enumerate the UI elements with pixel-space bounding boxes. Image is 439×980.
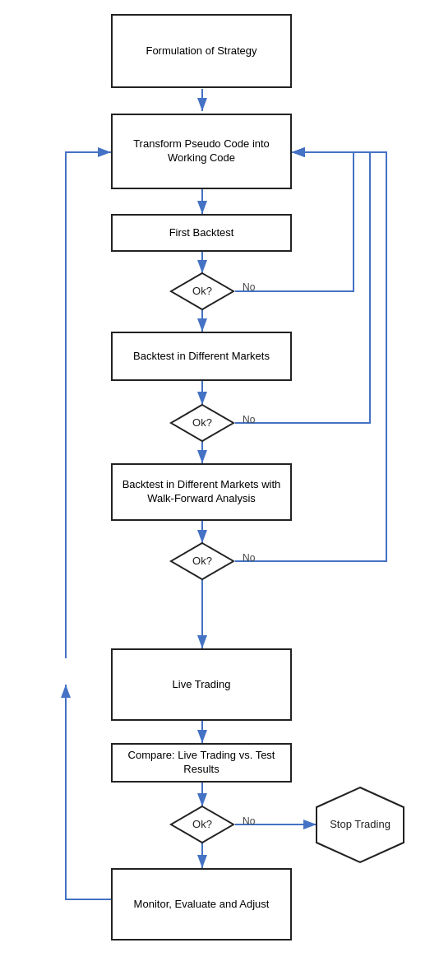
svg-text:Ok?: Ok? [192, 555, 212, 567]
no-label-2: No [243, 414, 255, 425]
backtest-walk-box: Backtest in Different Markets with Walk-… [111, 463, 292, 521]
stop-trading-hexagon: Stop Trading [315, 786, 405, 864]
no-label-3: No [243, 552, 255, 564]
compare-box: Compare: Live Trading vs. Test Results [111, 743, 292, 783]
ok2-diamond: Ok? [169, 403, 235, 443]
no-label-4: No [243, 815, 255, 827]
live-trading-label: Live Trading [173, 678, 231, 692]
stop-trading-label: Stop Trading [330, 818, 390, 832]
svg-text:Ok?: Ok? [192, 285, 212, 297]
transform-box: Transform Pseudo Code into Working Code [111, 114, 292, 189]
ok4-diamond: Ok? [169, 805, 235, 844]
first-backtest-box: First Backtest [111, 214, 292, 252]
svg-text:Ok?: Ok? [192, 416, 212, 429]
ok3-diamond: Ok? [169, 541, 235, 581]
compare-label: Compare: Live Trading vs. Test Results [119, 749, 284, 777]
backtest-diff-box: Backtest in Different Markets [111, 332, 292, 381]
transform-label: Transform Pseudo Code into Working Code [119, 137, 284, 165]
monitor-box: Monitor, Evaluate and Adjust [111, 868, 292, 941]
formulation-label: Formulation of Strategy [146, 44, 256, 58]
backtest-diff-label: Backtest in Different Markets [133, 350, 270, 364]
first-backtest-label: First Backtest [169, 226, 234, 240]
monitor-label: Monitor, Evaluate and Adjust [134, 898, 270, 912]
formulation-box: Formulation of Strategy [111, 14, 292, 88]
live-trading-box: Live Trading [111, 648, 292, 721]
svg-text:Ok?: Ok? [192, 818, 212, 830]
flowchart-diagram: Formulation of Strategy Transform Pseudo… [0, 0, 439, 980]
ok1-diamond: Ok? [169, 272, 235, 311]
backtest-walk-label: Backtest in Different Markets with Walk-… [119, 478, 284, 506]
no-label-1: No [243, 281, 255, 293]
